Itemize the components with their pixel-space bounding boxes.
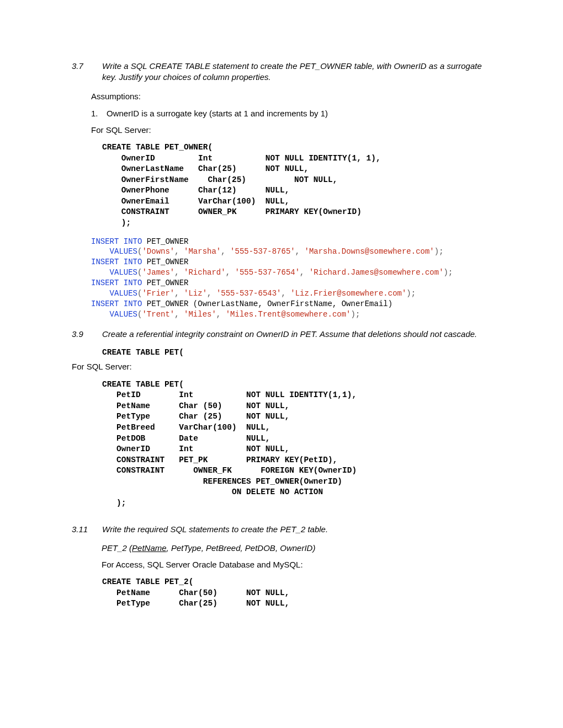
- schema-definition: PET_2 (PetName, PetType, PetBreed, PetDO…: [102, 543, 491, 553]
- for-db-label: For Access, SQL Server Oracle Database a…: [102, 559, 491, 570]
- assumption-item: 1. OwnerID is a surrogate key (starts at…: [91, 109, 491, 118]
- question-number: 3.7: [72, 61, 102, 83]
- question-text: Write the required SQL statements to cre…: [102, 524, 491, 535]
- document-page: 3.7 Write a SQL CREATE TABLE statement t…: [0, 0, 563, 651]
- question-3-9: 3.9 Create a referential integrity const…: [72, 329, 491, 509]
- create-table-pet-owner-code: CREATE TABLE PET_OWNER( OwnerID Int NOT …: [102, 142, 491, 229]
- question-3-11: 3.11 Write the required SQL statements t…: [72, 524, 491, 609]
- for-sql-server-label: For SQL Server:: [91, 125, 491, 136]
- assumptions-label: Assumptions:: [91, 91, 491, 102]
- question-number: 3.11: [72, 524, 102, 535]
- list-number: 1.: [91, 109, 107, 118]
- assumption-text: OwnerID is a surrogate key (starts at 1 …: [107, 109, 328, 118]
- question-header: 3.11 Write the required SQL statements t…: [72, 524, 491, 535]
- create-table-pet-2-code: CREATE TABLE PET_2( PetName Char(50) NOT…: [102, 577, 491, 609]
- question-3-7: 3.7 Write a SQL CREATE TABLE statement t…: [72, 61, 491, 320]
- create-table-pet-fragment: CREATE TABLE PET(: [102, 347, 491, 358]
- question-number: 3.9: [72, 329, 102, 340]
- question-header: 3.9 Create a referential integrity const…: [72, 329, 491, 340]
- question-text: Create a referential integrity constrain…: [102, 329, 491, 340]
- for-sql-server-label: For SQL Server:: [72, 361, 491, 372]
- question-header: 3.7 Write a SQL CREATE TABLE statement t…: [72, 61, 491, 83]
- question-text: Write a SQL CREATE TABLE statement to cr…: [102, 61, 491, 83]
- insert-statements-code: INSERT INTO PET_OWNER VALUES('Downs', 'M…: [91, 237, 491, 320]
- create-table-pet-code: CREATE TABLE PET( PetID Int NOT NULL IDE…: [102, 379, 491, 509]
